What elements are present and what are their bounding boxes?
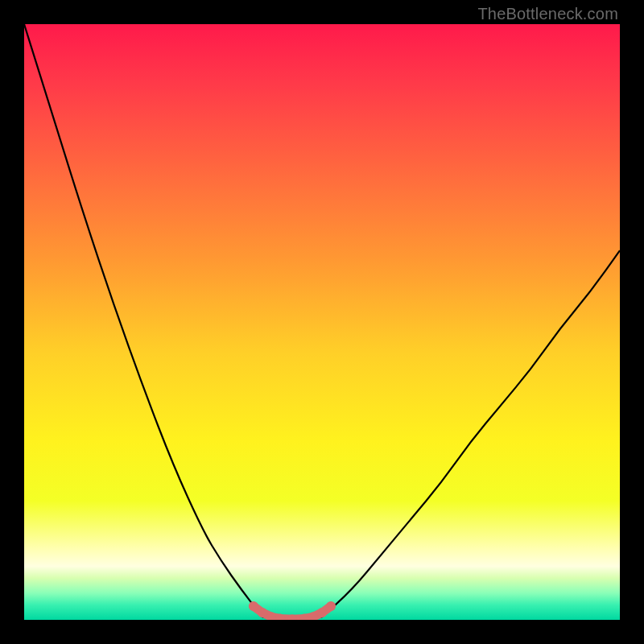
curve-line: [24, 24, 620, 620]
watermark-text: TheBottleneck.com: [477, 5, 618, 23]
valley-marker-dot: [258, 608, 267, 617]
bottleneck-curve: [24, 24, 620, 620]
valley-marker-dot: [317, 608, 327, 617]
valley-marker-dot: [326, 601, 336, 611]
valley-marker-dot: [249, 601, 258, 611]
plot-area: [24, 24, 620, 620]
valley-marker-dots: [249, 601, 336, 620]
chart-stage: TheBottleneck.com: [0, 0, 644, 644]
